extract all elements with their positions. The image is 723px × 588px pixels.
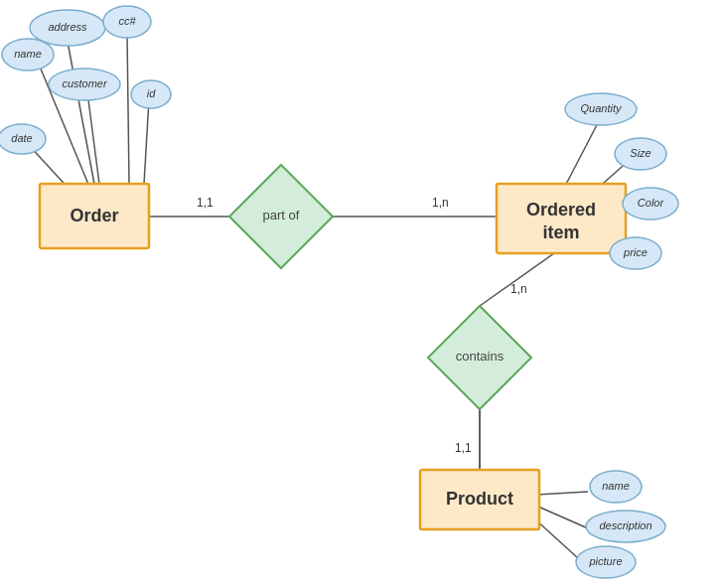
ordered-item-label-line2: item <box>542 222 579 242</box>
ordered-item-label-line1: Ordered <box>526 200 596 220</box>
attr-name-order-label: name <box>14 48 42 60</box>
attr-cc-label: cc# <box>118 15 136 27</box>
contains-label: contains <box>456 349 505 364</box>
attr-address-label: address <box>48 21 87 33</box>
attr-customer-label: customer <box>62 77 108 89</box>
attr-id-label: id <box>147 87 156 99</box>
attr-date-label: date <box>11 132 32 144</box>
attr-price-label: price <box>623 246 648 258</box>
attr-quantity-label: Quantity <box>581 102 623 114</box>
attr-size-label: Size <box>630 147 651 159</box>
cardinality-order-part-of: 1,1 <box>197 196 214 210</box>
cardinality-ordered-contains: 1,n <box>510 282 527 296</box>
attr-color-label: Color <box>638 197 665 209</box>
part-of-label: part of <box>263 208 300 222</box>
product-label: Product <box>446 489 513 509</box>
attr-description-label: description <box>599 519 651 531</box>
cardinality-part-of-ordered: 1,n <box>432 196 449 210</box>
er-diagram: Order part of Ordered item contains Prod… <box>0 0 723 588</box>
cardinality-contains-product: 1,1 <box>455 441 472 455</box>
attr-picture-label: picture <box>588 555 622 567</box>
order-label: Order <box>70 206 118 225</box>
attr-name-prod-label: name <box>602 480 630 492</box>
